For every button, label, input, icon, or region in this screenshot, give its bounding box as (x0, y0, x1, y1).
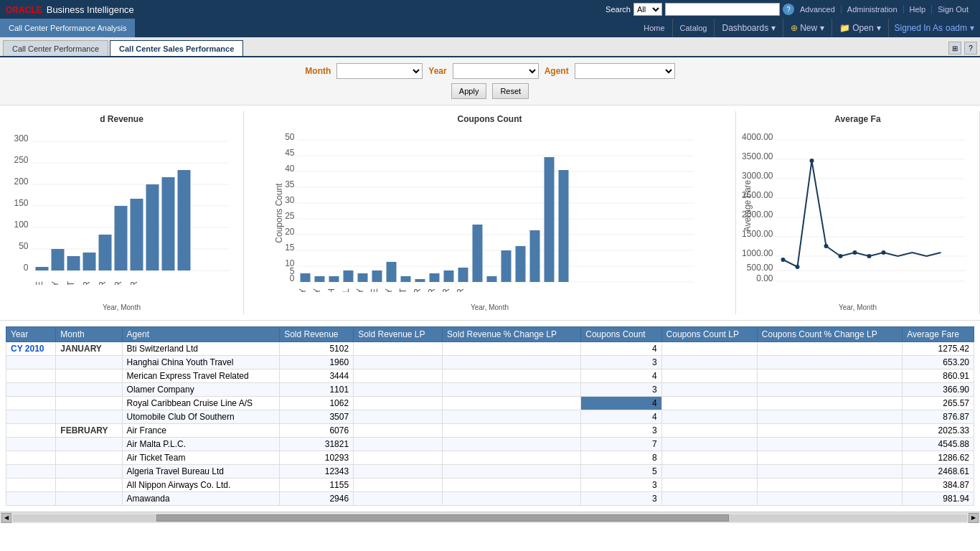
text-cell (56, 465, 122, 479)
agent-filter-select[interactable] (575, 63, 675, 79)
tab-call-center-sales-performance[interactable]: Call Center Sales Performance (110, 40, 243, 56)
bottom-scrollbar[interactable]: ◀ ▶ (0, 512, 980, 523)
col-sold-revenue: Sold Revenue (280, 327, 354, 342)
text-cell: Algeria Travel Bureau Ltd (122, 465, 280, 479)
svg-point-106 (824, 244, 829, 248)
text-cell: Air Malta P.L.C. (122, 438, 280, 451)
numeric-cell (757, 465, 902, 479)
revenue-chart-area: 300 250 200 150 100 50 0 (6, 127, 237, 302)
svg-text:CY 2010 JANUARY: CY 2010 JANUARY (298, 288, 308, 292)
svg-rect-67 (501, 250, 512, 282)
numeric-cell: 2468.61 (903, 465, 974, 479)
numeric-cell: 4 (581, 410, 661, 424)
numeric-cell (661, 342, 757, 356)
numeric-cell: 1275.42 (903, 342, 974, 356)
numeric-cell (354, 479, 443, 492)
home-button[interactable]: Home (636, 19, 672, 37)
toolbar-grid-icon[interactable]: ⊞ (948, 42, 961, 55)
help-link[interactable]: Help (904, 5, 933, 14)
text-cell (56, 383, 122, 397)
col-agent: Agent (122, 327, 280, 342)
col-coupons-count: Coupons Count (581, 327, 661, 342)
numeric-cell (757, 369, 902, 383)
numeric-cell: 1062 (280, 397, 354, 410)
advanced-link[interactable]: Advanced (794, 5, 842, 14)
numeric-cell: 3444 (280, 369, 354, 383)
col-avg-fare: Average Fare (903, 327, 974, 342)
tab-call-center-performance[interactable]: Call Center Performance (3, 40, 108, 56)
year-filter-label: Year (428, 66, 446, 76)
scroll-track[interactable] (13, 514, 967, 522)
coupons-chart-area: Coupons Count 50 45 40 35 30 25 20 15 10… (250, 127, 730, 302)
numeric-cell: 3507 (280, 410, 354, 424)
svg-text:CY 2010 OCTOBER: CY 2010 OCTOBER (427, 288, 437, 292)
text-cell (56, 492, 122, 506)
numeric-cell: 4 (581, 397, 661, 410)
signout-link[interactable]: Sign Out (932, 5, 974, 14)
text-cell (56, 356, 122, 369)
numeric-cell (757, 356, 902, 369)
svg-text:Average Fare: Average Fare (743, 179, 753, 232)
svg-text:Coupons Count: Coupons Count (274, 183, 284, 243)
svg-rect-62 (430, 273, 440, 282)
open-button[interactable]: 📁 Open ▾ (832, 19, 888, 37)
svg-text:CY 2010 AUGUST: CY 2010 AUGUST (398, 288, 408, 292)
numeric-cell (443, 465, 581, 479)
table-row: Hanghai China Youth Travel19603653.20 (6, 356, 974, 369)
coupons-chart-svg: Coupons Count 50 45 40 35 30 25 20 15 10… (250, 127, 730, 292)
svg-rect-56 (344, 270, 354, 282)
scroll-right-button[interactable]: ▶ (969, 513, 979, 523)
svg-rect-69 (530, 230, 540, 282)
numeric-cell: 4545.88 (903, 438, 974, 451)
svg-rect-19 (115, 206, 128, 270)
svg-text:CY 2010 NOVEMBER: CY 2010 NOVEMBER (441, 288, 451, 292)
apply-button[interactable]: Apply (451, 83, 487, 99)
dashboards-button[interactable]: Dashboards ▾ (715, 19, 783, 37)
numeric-cell (443, 451, 581, 465)
svg-text:CY 2010 OCTOBER: CY 2010 OCTOBER (98, 281, 108, 285)
administration-link[interactable]: Administration (842, 5, 904, 14)
text-cell (6, 410, 56, 424)
numeric-cell: 2025.33 (903, 424, 974, 438)
numeric-cell (354, 369, 443, 383)
month-filter-select[interactable] (336, 63, 423, 79)
text-cell (56, 397, 122, 410)
app-title: Business Intelligence (47, 4, 134, 15)
new-button[interactable]: ⊕ New ▾ (783, 19, 832, 37)
svg-rect-65 (473, 225, 483, 282)
svg-text:200: 200 (14, 176, 28, 187)
coupons-chart-footer: Year, Month (250, 303, 730, 311)
search-label: Search (606, 5, 631, 14)
numeric-cell (661, 410, 757, 424)
numeric-cell (757, 479, 902, 492)
text-cell: All Nippon Airways Co. Ltd. (122, 479, 280, 492)
numeric-cell: 5 (581, 465, 661, 479)
numeric-cell (354, 342, 443, 356)
svg-rect-18 (99, 235, 112, 270)
svg-rect-64 (458, 268, 468, 282)
reset-button[interactable]: Reset (492, 83, 529, 99)
search-input[interactable] (665, 3, 780, 16)
numeric-cell (661, 438, 757, 451)
scroll-left-button[interactable]: ◀ (1, 513, 11, 523)
numeric-cell (757, 342, 902, 356)
svg-rect-63 (444, 270, 454, 282)
open-chevron-icon: ▾ (877, 23, 881, 33)
numeric-cell (354, 410, 443, 424)
table-row: Royal Caribbean Cruise Line A/S10624265.… (6, 397, 974, 410)
col-month: Month (56, 327, 122, 342)
svg-text:1500.00: 1500.00 (742, 229, 773, 239)
svg-rect-61 (415, 279, 425, 282)
numeric-cell (443, 397, 581, 410)
search-scope-dropdown[interactable]: All (633, 3, 662, 16)
scroll-thumb[interactable] (156, 514, 729, 522)
svg-text:100: 100 (14, 220, 28, 230)
search-help-icon[interactable]: ? (783, 4, 794, 15)
numeric-cell: 4 (581, 369, 661, 383)
catalog-button[interactable]: Catalog (673, 19, 715, 37)
table-row: FEBRUARYAir France607632025.33 (6, 424, 974, 438)
year-filter-select[interactable] (453, 63, 539, 79)
toolbar-help-icon[interactable]: ? (964, 42, 977, 55)
svg-text:250: 250 (14, 155, 28, 165)
second-navigation-bar: Call Center Performance Analysis Home Ca… (0, 19, 980, 37)
